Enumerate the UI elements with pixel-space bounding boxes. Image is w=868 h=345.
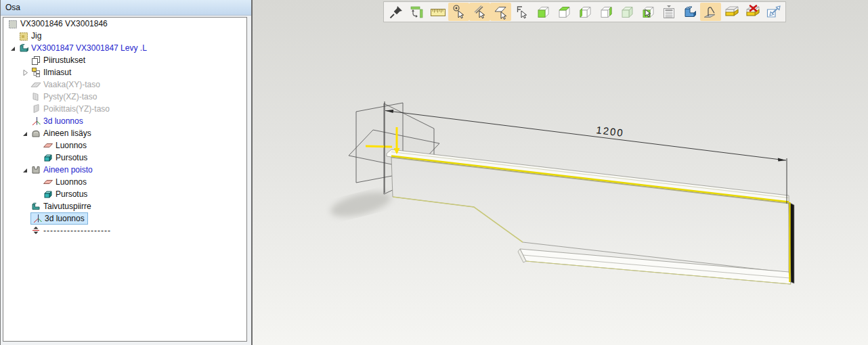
view-list-button[interactable] (658, 3, 679, 21)
bin-delete-icon (745, 4, 761, 20)
sheet-metal-part[interactable] (387, 150, 794, 284)
bend-icon (703, 4, 719, 20)
tree-item-pursotus-1[interactable]: Pursotus (3, 152, 246, 164)
view-left-button[interactable] (574, 3, 595, 21)
extrude-icon (43, 189, 53, 200)
sheet-metal-icon (682, 4, 698, 20)
export-button[interactable] (763, 3, 784, 21)
snap-edge-icon (472, 4, 488, 20)
dimension-button[interactable] (406, 3, 427, 21)
dimension-value: 1200 (596, 124, 625, 139)
extrude-icon (43, 152, 53, 163)
axis-x (366, 146, 392, 147)
sketch-icon (43, 140, 53, 151)
tree-item-vaaka-xy-taso[interactable]: Vaaka(XY)-taso (3, 78, 246, 91)
drawings-icon (30, 55, 41, 66)
tree-item-piirustukset[interactable]: Piirustukset (3, 54, 246, 66)
view-top-button[interactable] (553, 3, 574, 21)
tree-item-pursotus-2[interactable]: Pursotus (3, 188, 246, 200)
sketch-3d-icon (32, 213, 43, 224)
bin-icon (724, 4, 740, 20)
view-iso-icon (619, 4, 635, 20)
bend-button[interactable] (700, 3, 721, 21)
remove-material-icon (30, 164, 41, 175)
export-icon (766, 4, 782, 20)
pin-button[interactable] (385, 3, 406, 21)
tree-item-luonnos-2[interactable]: Luonnos (3, 176, 246, 188)
view-right-icon (598, 4, 614, 20)
bend-feature-icon (30, 201, 41, 212)
app-window: { "panel": { "title": "Osa" }, "tree": {… (0, 0, 868, 345)
snap-point-icon (451, 4, 467, 20)
insert-marker-icon (30, 225, 41, 236)
sheet-metal-part-icon (18, 43, 29, 53)
panel-title: Osa (1, 0, 251, 16)
snap-element-button[interactable] (511, 3, 532, 21)
sketch-icon (43, 177, 53, 187)
configurations-icon (30, 67, 41, 78)
part-assembly-icon (7, 18, 18, 29)
plane-yz-icon (30, 104, 41, 114)
toolbar (383, 1, 786, 22)
plane-xy-icon (30, 79, 41, 90)
snap-face-icon (493, 4, 509, 20)
tree-item-vx3001846[interactable]: VX3001846 VX3001846 (3, 18, 246, 30)
tree-item-aineen-lisays[interactable]: Aineen lisäys (3, 127, 246, 139)
pin-icon (388, 4, 404, 20)
add-material-icon (30, 128, 41, 139)
jig-icon (18, 30, 29, 41)
dimension-arrow-right (778, 158, 786, 161)
view-list-icon (661, 4, 677, 20)
view-iso-button[interactable] (616, 3, 637, 21)
sheet-metal-button[interactable] (679, 3, 700, 21)
snap-face-button[interactable] (490, 3, 511, 21)
tree-item-3d-luonnos-1[interactable]: 3d luonnos (3, 115, 246, 127)
ruler-button[interactable] (427, 3, 448, 21)
tree-item-jig[interactable]: Jig (3, 30, 246, 42)
tree-item-pysty-xz-taso[interactable]: Pysty(XZ)-taso (3, 91, 246, 103)
bin-button[interactable] (721, 3, 742, 21)
viewport-3d[interactable]: 1200 (253, 0, 868, 345)
expander-expanded-icon[interactable] (20, 164, 30, 175)
part-browser-panel: Osa VX3001846 VX3001846 Jig (0, 0, 251, 345)
feature-tree[interactable]: VX3001846 VX3001846 Jig VX3001847 VX3001… (3, 17, 247, 342)
snap-edge-button[interactable] (469, 3, 490, 21)
tree-item-taivutuspiirre[interactable]: Taivutuspiirre (3, 200, 246, 212)
dimension-line (385, 111, 786, 161)
tree-item-separator[interactable]: -------------------- (3, 225, 246, 237)
selected-item-highlight: 3d luonnos (30, 212, 88, 225)
tree-item-vx3001847-levy[interactable]: VX3001847 VX3001847 Levy .L (3, 42, 246, 54)
expander-expanded-icon[interactable] (7, 43, 18, 53)
snap-element-icon (514, 4, 530, 20)
bin-delete-button[interactable] (742, 3, 763, 21)
view-left-icon (577, 4, 593, 20)
expander-expanded-icon[interactable] (20, 128, 30, 139)
view-front-icon (535, 4, 551, 20)
view-by-face-button[interactable] (637, 3, 658, 21)
snap-point-button[interactable] (448, 3, 469, 21)
view-top-icon (556, 4, 572, 20)
dimension-icon (409, 4, 425, 20)
ruler-icon (430, 4, 446, 20)
sketch-3d-icon (30, 116, 41, 127)
expander-collapsed-icon[interactable] (20, 67, 30, 78)
tree-item-poikittais-yz-taso[interactable]: Poikittais(YZ)-taso (3, 103, 246, 115)
view-right-button[interactable] (595, 3, 616, 21)
tree-item-ilmiasut[interactable]: Ilmiasut (3, 66, 246, 78)
tree-item-3d-luonnos-2[interactable]: 3d luonnos (3, 212, 246, 225)
view-by-face-icon (640, 4, 656, 20)
view-front-button[interactable] (532, 3, 553, 21)
tree-item-aineen-poisto[interactable]: Aineen poisto (3, 164, 246, 176)
plane-xz-icon (30, 91, 41, 102)
tree-item-luonnos-1[interactable]: Luonnos (3, 139, 246, 152)
